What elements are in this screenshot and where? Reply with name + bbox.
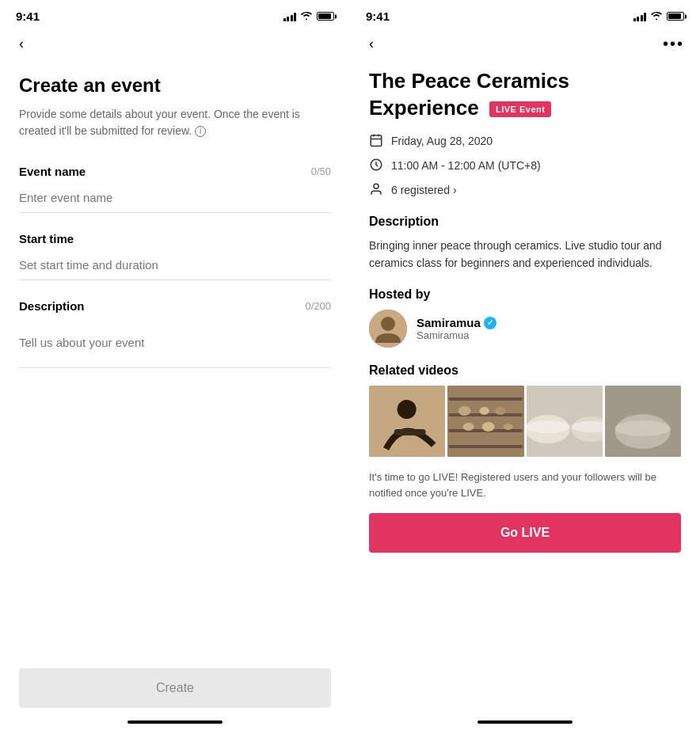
description-section: Description Bringing inner peace through… — [369, 215, 681, 272]
event-time: 11:00 AM - 12:00 AM (UTC+8) — [391, 159, 541, 172]
nav-bar-right: ‹ ••• — [350, 29, 700, 62]
registered-row[interactable]: 6 registered › — [369, 182, 681, 199]
calendar-icon — [369, 133, 383, 150]
clock-icon — [369, 158, 383, 174]
svg-point-21 — [504, 424, 513, 430]
info-icon[interactable]: i — [195, 126, 206, 137]
nav-bar-left: ‹ — [0, 29, 350, 62]
date-row: Friday, Aug 28, 2020 — [369, 133, 681, 150]
description-text: Bringing inner peace through ceramics. L… — [369, 237, 681, 272]
status-icons-left — [283, 10, 335, 22]
signal-icon — [283, 12, 297, 21]
start-time-input[interactable] — [19, 253, 331, 280]
svg-point-17 — [480, 407, 489, 415]
thumb-3-svg — [527, 386, 603, 457]
home-indicator-left — [127, 720, 223, 724]
create-event-phone: 9:41 ‹ — [0, 0, 350, 730]
avatar-silhouette — [369, 310, 407, 348]
status-time-left: 9:41 — [16, 10, 40, 23]
host-avatar — [369, 310, 407, 348]
svg-point-20 — [482, 422, 495, 432]
event-meta: Friday, Aug 28, 2020 11:00 AM - 12:00 AM… — [369, 133, 681, 199]
description-label: Description — [19, 299, 85, 313]
back-button-left[interactable]: ‹ — [16, 32, 27, 55]
host-section: Hosted by — [369, 287, 681, 348]
description-count: 0/200 — [305, 300, 331, 312]
registered-count[interactable]: 6 registered › — [391, 184, 457, 196]
video-thumb-2[interactable] — [447, 386, 523, 457]
svg-rect-0 — [371, 135, 382, 146]
host-row[interactable]: Samiramua ✓ Samiramua — [369, 310, 681, 348]
verified-icon: ✓ — [484, 317, 496, 329]
host-handle: Samiramua — [417, 329, 496, 341]
wifi-icon-right — [650, 10, 663, 22]
svg-point-18 — [495, 407, 506, 415]
live-badge: LIVE Event — [489, 101, 551, 117]
create-btn-area: Create — [19, 668, 331, 708]
event-name-field: Event name 0/50 — [19, 165, 331, 213]
host-name: Samiramua ✓ — [417, 316, 496, 329]
start-time-label: Start time — [19, 232, 74, 245]
status-bar-right: 9:41 — [350, 0, 700, 29]
wifi-icon — [300, 10, 313, 22]
host-avatar-img — [369, 310, 407, 348]
event-date: Friday, Aug 28, 2020 — [391, 135, 493, 147]
svg-point-7 — [381, 317, 395, 331]
video-thumb-1[interactable] — [369, 386, 445, 457]
home-indicator-right — [477, 720, 573, 724]
event-detail-phone: 9:41 ‹ ••• — [350, 0, 700, 730]
svg-rect-12 — [449, 397, 523, 401]
create-event-content: Create an event Provide some details abo… — [0, 62, 350, 730]
back-button-right[interactable]: ‹ — [366, 32, 377, 55]
battery-icon-right — [667, 12, 684, 21]
related-videos-heading: Related videos — [369, 363, 681, 378]
description-heading: Description — [369, 215, 681, 229]
svg-point-19 — [463, 423, 474, 431]
event-name-input[interactable] — [19, 186, 331, 213]
battery-icon — [317, 12, 334, 21]
person-icon — [369, 182, 383, 199]
description-input[interactable] — [19, 321, 331, 368]
status-bar-left: 9:41 — [0, 0, 350, 29]
event-name-label: Event name — [19, 165, 86, 178]
signal-icon-right — [633, 12, 647, 21]
thumb-2-svg — [447, 386, 523, 457]
time-row: 11:00 AM - 12:00 AM (UTC+8) — [369, 158, 681, 174]
hosted-by-heading: Hosted by — [369, 287, 681, 302]
status-time-right: 9:41 — [366, 10, 390, 23]
thumb-1-svg — [369, 386, 445, 457]
video-thumb-3[interactable] — [527, 386, 603, 457]
create-button[interactable]: Create — [19, 668, 331, 708]
go-live-button[interactable]: Go LIVE — [369, 513, 681, 553]
go-live-notice: It's time to go LIVE! Registered users a… — [369, 470, 681, 500]
svg-point-16 — [458, 406, 471, 416]
svg-point-5 — [374, 184, 379, 188]
event-title: The Peace Ceramics Experience LIVE Event — [369, 68, 681, 122]
status-icons-right — [633, 10, 685, 22]
svg-point-29 — [614, 420, 670, 436]
event-name-count: 0/50 — [311, 165, 331, 177]
more-button[interactable]: ••• — [663, 35, 684, 53]
thumb-4-svg — [605, 386, 681, 457]
create-event-title: Create an event — [19, 74, 331, 97]
svg-rect-8 — [369, 386, 445, 457]
related-videos-section: Related videos — [369, 363, 681, 457]
svg-rect-10 — [394, 429, 426, 435]
svg-point-9 — [398, 400, 417, 419]
create-event-subtitle: Provide some details about your event. O… — [19, 106, 331, 139]
svg-point-24 — [527, 420, 570, 433]
svg-rect-15 — [449, 445, 523, 448]
event-detail-content: The Peace Ceramics Experience LIVE Event — [350, 62, 700, 730]
video-thumbnails — [369, 386, 681, 457]
video-thumb-4[interactable] — [605, 386, 681, 457]
description-field: Description 0/200 — [19, 299, 331, 368]
host-info: Samiramua ✓ Samiramua — [417, 316, 496, 341]
start-time-field: Start time — [19, 232, 331, 280]
